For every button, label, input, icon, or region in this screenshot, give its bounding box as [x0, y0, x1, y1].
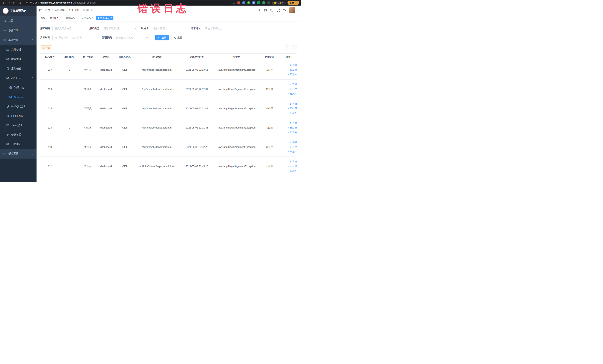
sidebar-item-log-center[interactable]: 日志中心: [0, 140, 36, 149]
search-button[interactable]: 搜索: [155, 35, 169, 40]
extension-icon-3[interactable]: V: [247, 1, 250, 4]
action-detail[interactable]: 详细: [280, 140, 297, 145]
logo[interactable]: 芋道管理系统: [0, 6, 36, 16]
browser-menu-icon[interactable]: ⋮: [295, 1, 297, 4]
action-processed[interactable]: ✓ 已处理: [280, 125, 297, 130]
tab[interactable]: 错误日志 ×: [96, 16, 114, 20]
github-icon[interactable]: [264, 9, 267, 12]
action-processed[interactable]: ✓ 已处理: [280, 164, 297, 169]
action-processed[interactable]: ✓ 已处理: [280, 87, 297, 91]
browser-nav: [2, 1, 21, 4]
process-status-select[interactable]: [114, 35, 150, 40]
check-icon: ✓: [288, 127, 289, 129]
main-area: 首页 / 基础设施 / API 日志 / 错误日志 ? TT ▼: [36, 6, 302, 182]
action-ignored[interactable]: ✓ 已忽略: [280, 91, 297, 96]
close-icon[interactable]: ×: [110, 17, 112, 19]
user-id-input[interactable]: [52, 26, 86, 31]
update-button[interactable]: 更新 ⋮: [288, 1, 299, 5]
extension-icon-1[interactable]: [237, 1, 240, 4]
table-row: 113 1 管理员 dashboard GET /api/infra/db-do…: [40, 137, 297, 157]
sidebar-item-home[interactable]: 首页: [0, 16, 36, 26]
close-icon[interactable]: ×: [60, 17, 61, 19]
column-settings-button[interactable]: [292, 45, 297, 50]
database-icon: [6, 105, 9, 108]
action-detail[interactable]: 详细: [280, 101, 297, 106]
sidebar-item-system[interactable]: 系统管理 ⌄: [0, 26, 36, 35]
check-icon: ✓: [288, 93, 289, 95]
cell-status: 未处理: [259, 137, 279, 157]
back-icon[interactable]: [2, 1, 5, 4]
app-name-input[interactable]: [151, 26, 188, 31]
action-ignored[interactable]: ✓ 已忽略: [280, 72, 297, 77]
extension-grid-icon[interactable]: ▦: [252, 1, 255, 4]
action-processed[interactable]: ✓ 已处理: [280, 68, 297, 72]
action-processed[interactable]: ✓ 已处理: [280, 145, 297, 149]
sidebar-item-file-manage[interactable]: 文件管理: [0, 45, 36, 54]
close-icon[interactable]: ×: [76, 17, 78, 19]
help-icon[interactable]: ?: [270, 9, 273, 12]
font-size-icon[interactable]: TT: [283, 9, 286, 12]
cell-user-id: 1: [59, 118, 79, 137]
address-bar[interactable]: 不安全 | dashboard.yudao.iocoder.cn/infra/l…: [23, 1, 231, 5]
action-ignored[interactable]: ✓ 已忽略: [280, 149, 297, 154]
user-menu[interactable]: ▼: [289, 7, 298, 13]
action-detail[interactable]: 详细: [280, 82, 297, 87]
action-ignored[interactable]: ✓ 已忽略: [280, 169, 297, 173]
tab[interactable]: 首页: [39, 16, 47, 20]
action-ignored[interactable]: ✓ 已忽略: [280, 130, 297, 135]
sidebar-item-infra[interactable]: 基础设施 ⌃: [0, 35, 36, 45]
close-icon[interactable]: ×: [92, 17, 93, 19]
sidebar-item-trace[interactable]: 链路追踪: [0, 130, 36, 140]
extension-icon-5[interactable]: [267, 1, 270, 4]
reload-icon[interactable]: [13, 1, 16, 4]
request-url-input[interactable]: [203, 26, 239, 31]
forward-icon[interactable]: [8, 1, 10, 4]
cell-url: /api/infra/db-doc/export-html: [134, 80, 180, 99]
sidebar-item-job[interactable]: 定时任务: [0, 64, 36, 73]
hamburger-icon[interactable]: [39, 9, 42, 12]
tab[interactable]: 定时任务 ×: [48, 16, 63, 20]
extension-icon-4[interactable]: [262, 1, 265, 4]
check-icon: ✓: [288, 88, 289, 90]
action-detail[interactable]: 详细: [280, 63, 297, 68]
tab[interactable]: 调度日志 ×: [64, 16, 79, 20]
sidebar-item-config-manage[interactable]: 配置管理: [0, 54, 36, 64]
sidebar-item-mysql[interactable]: MySQL 监控: [0, 102, 36, 111]
security-label: 不安全: [30, 1, 37, 4]
fullscreen-icon[interactable]: [277, 9, 280, 12]
action-detail[interactable]: 详细: [280, 159, 297, 164]
check-icon: ✓: [288, 112, 289, 114]
action-processed[interactable]: ✓ 已处理: [280, 106, 297, 111]
user-type-select[interactable]: [102, 26, 138, 31]
refresh-button[interactable]: [285, 45, 290, 50]
search-icon[interactable]: [257, 9, 260, 12]
reset-button[interactable]: 重置: [171, 35, 185, 40]
tab[interactable]: 访问日志 ×: [80, 16, 95, 20]
sidebar-item-error-log[interactable]: 错误日志: [0, 92, 36, 102]
sidebar-item-api-log[interactable]: API 日志 ⌃: [0, 73, 36, 83]
url-path: /infra/log/api-error-log: [73, 1, 96, 4]
sidebar-item-redis[interactable]: Redis 监控: [0, 111, 36, 120]
bookmark-star-icon[interactable]: ☆: [233, 1, 235, 4]
breadcrumb-item[interactable]: API 日志: [69, 9, 79, 12]
breadcrumb-item[interactable]: 首页: [45, 9, 50, 12]
extension-icon-2[interactable]: [242, 1, 245, 4]
home-icon[interactable]: [18, 1, 21, 4]
sidebar-item-java[interactable]: Java 监控: [0, 120, 36, 130]
sidebar-item-dev-tools[interactable]: 研发工具 ⌄: [0, 149, 36, 159]
action-ignored[interactable]: ✓ 已忽略: [280, 111, 297, 115]
cell-exception: java.lang.IllegalArgumentException: [214, 157, 259, 176]
action-detail[interactable]: 详细: [280, 121, 297, 125]
sidebar-item-access-log[interactable]: 访问日志: [0, 83, 36, 92]
cell-log-id: 116: [40, 80, 59, 99]
col-actions: 操作: [279, 54, 297, 60]
export-button[interactable]: 导出: [40, 46, 52, 50]
extension-on-icon[interactable]: on: [257, 1, 260, 4]
cell-user-type: 管理员: [79, 118, 97, 137]
paused-badge[interactable]: 已暂停: [272, 1, 285, 5]
table-row: 115 1 管理员 dashboard GET /api/infra/db-do…: [40, 99, 297, 118]
chevron-down-icon: ⌄: [32, 153, 33, 155]
date-range-picker[interactable]: 开始日期 - 结束日期: [52, 35, 99, 40]
breadcrumb-item[interactable]: 基础设施: [54, 9, 65, 12]
cell-user-id: 1: [59, 60, 79, 80]
